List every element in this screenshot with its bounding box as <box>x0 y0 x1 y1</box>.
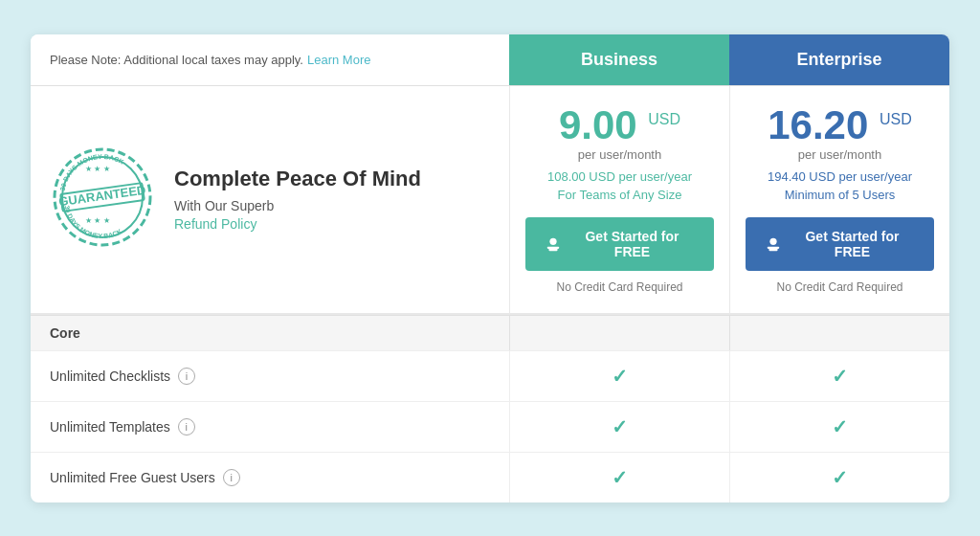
checkmark-business-2: ✓ <box>612 466 628 489</box>
business-period: per user/month <box>525 147 714 162</box>
checkmark-enterprise-1: ✓ <box>832 415 848 438</box>
notice-text: Please Note: Additional local taxes may … <box>50 53 303 67</box>
feature-check-enterprise-1: ✓ <box>729 402 949 452</box>
feature-check-business-1: ✓ <box>509 402 729 452</box>
refund-policy-link[interactable]: Refund Policy <box>174 216 256 232</box>
enterprise-note: Minimum of 5 Users <box>746 188 934 202</box>
svg-text:★ ★ ★: ★ ★ ★ <box>85 165 109 173</box>
business-column-header: Business <box>509 34 729 85</box>
business-note: For Teams of Any Size <box>525 188 714 202</box>
enterprise-period: per user/month <box>746 147 934 162</box>
feature-check-enterprise-2: ✓ <box>729 453 949 502</box>
checkmark-business-0: ✓ <box>612 365 628 388</box>
features-section: Core Unlimited Checklists i ✓ ✓ Unlimite… <box>31 315 949 502</box>
checkmark-enterprise-2: ✓ <box>832 466 848 489</box>
learn-more-link[interactable]: Learn More <box>307 53 370 67</box>
feature-label-2: Unlimited Free Guest Users i <box>31 453 509 502</box>
svg-rect-9 <box>549 247 558 251</box>
category-label: Core <box>31 316 509 350</box>
category-col-enterprise <box>729 316 949 350</box>
header-row: Please Note: Additional local taxes may … <box>31 34 949 86</box>
business-cta-button[interactable]: Get Started for FREE <box>525 217 714 271</box>
feature-rows-container: Unlimited Checklists i ✓ ✓ Unlimited Tem… <box>31 350 949 502</box>
svg-point-13 <box>769 237 776 244</box>
business-price: 9.00 USD <box>525 105 714 145</box>
business-no-cc: No Credit Card Required <box>525 280 714 294</box>
enterprise-column-header: Enterprise <box>729 34 949 85</box>
info-icon-1[interactable]: i <box>178 418 195 436</box>
feature-check-enterprise-0: ✓ <box>729 351 949 401</box>
business-price-column: 9.00 USD per user/month 108.00 USD per u… <box>509 86 729 313</box>
feature-row: Unlimited Checklists i ✓ ✓ <box>31 350 949 401</box>
feature-label-0: Unlimited Checklists i <box>31 351 509 401</box>
business-annual: 108.00 USD per user/year <box>525 169 714 184</box>
guarantee-subtext: With Our Superb <box>174 198 421 213</box>
feature-check-business-2: ✓ <box>509 453 729 502</box>
enterprise-cta-button[interactable]: Get Started for FREE <box>746 217 934 271</box>
pricing-table: Please Note: Additional local taxes may … <box>31 34 949 502</box>
svg-point-10 <box>549 237 556 244</box>
enterprise-currency: USD <box>880 111 912 127</box>
svg-text:★ ★ ★: ★ ★ ★ <box>85 216 109 225</box>
person-icon <box>545 235 562 253</box>
guarantee-section: 30 DAYS MONEY BACK 30 DAYS MONEY BACK ★ … <box>31 86 509 313</box>
enterprise-annual: 194.40 USD per user/year <box>746 169 934 184</box>
feature-category-row: Core <box>31 315 949 350</box>
feature-row: Unlimited Templates i ✓ ✓ <box>31 401 949 452</box>
feature-check-business-0: ✓ <box>509 351 729 401</box>
checkmark-business-1: ✓ <box>612 415 628 438</box>
category-col-business <box>509 316 729 350</box>
info-icon-2[interactable]: i <box>223 469 240 486</box>
notice-area: Please Note: Additional local taxes may … <box>31 34 509 85</box>
info-icon-0[interactable]: i <box>178 368 195 385</box>
enterprise-price: 16.20 USD <box>746 105 934 145</box>
feature-row: Unlimited Free Guest Users i ✓ ✓ <box>31 452 949 502</box>
guarantee-text: Complete Peace Of Mind With Our Superb R… <box>174 166 421 234</box>
person-icon-enterprise <box>765 235 782 253</box>
enterprise-no-cc: No Credit Card Required <box>746 280 934 294</box>
guarantee-stamp: 30 DAYS MONEY BACK 30 DAYS MONEY BACK ★ … <box>50 145 155 254</box>
enterprise-price-column: 16.20 USD per user/month 194.40 USD per … <box>729 86 949 313</box>
checkmark-enterprise-0: ✓ <box>832 365 848 388</box>
guarantee-heading: Complete Peace Of Mind <box>174 166 421 193</box>
svg-rect-12 <box>769 247 778 251</box>
info-row: 30 DAYS MONEY BACK 30 DAYS MONEY BACK ★ … <box>31 86 949 315</box>
feature-label-1: Unlimited Templates i <box>31 402 509 452</box>
business-currency: USD <box>648 111 680 127</box>
